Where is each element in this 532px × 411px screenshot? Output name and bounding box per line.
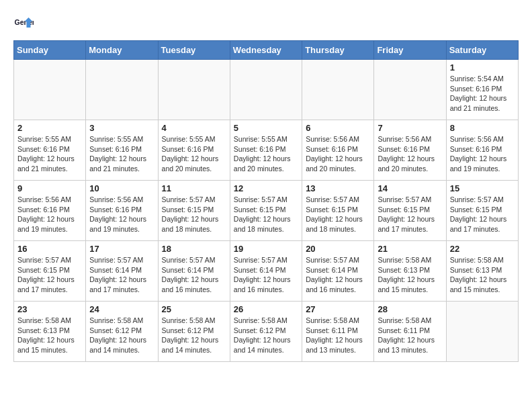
day-number: 17 [89,244,154,254]
day-info: Sunrise: 5:55 AM Sunset: 6:16 PM Dayligh… [234,134,298,174]
calendar-cell: 23Sunrise: 5:58 AM Sunset: 6:13 PM Dayli… [14,302,86,362]
day-header-tuesday: Tuesday [158,41,230,60]
calendar-table: SundayMondayTuesdayWednesdayThursdayFrid… [13,40,519,362]
day-info: Sunrise: 5:57 AM Sunset: 6:14 PM Dayligh… [162,255,226,295]
day-number: 6 [306,123,370,133]
calendar-cell [86,60,158,120]
day-number: 2 [17,123,82,133]
day-info: Sunrise: 5:57 AM Sunset: 6:15 PM Dayligh… [378,195,442,234]
day-number: 23 [17,304,82,314]
calendar-cell: 26Sunrise: 5:58 AM Sunset: 6:12 PM Dayli… [230,302,302,362]
day-header-friday: Friday [374,41,446,60]
calendar-week-3: 16Sunrise: 5:57 AM Sunset: 6:15 PM Dayli… [14,241,519,302]
day-number: 20 [306,244,370,254]
day-number: 1 [450,62,515,73]
day-info: Sunrise: 5:58 AM Sunset: 6:13 PM Dayligh… [378,255,442,295]
calendar-cell [158,60,230,120]
calendar-cell: 1Sunrise: 5:54 AM Sunset: 6:16 PM Daylig… [446,60,518,120]
calendar-cell [230,60,302,120]
day-info: Sunrise: 5:56 AM Sunset: 6:16 PM Dayligh… [450,134,515,174]
day-info: Sunrise: 5:57 AM Sunset: 6:14 PM Dayligh… [306,255,370,295]
day-header-saturday: Saturday [446,41,518,60]
day-info: Sunrise: 5:58 AM Sunset: 6:12 PM Dayligh… [234,316,298,355]
calendar-cell: 7Sunrise: 5:56 AM Sunset: 6:16 PM Daylig… [374,120,446,181]
day-number: 5 [234,123,298,133]
calendar-cell [14,60,86,120]
calendar-cell: 3Sunrise: 5:55 AM Sunset: 6:16 PM Daylig… [86,120,158,181]
calendar-cell: 17Sunrise: 5:57 AM Sunset: 6:14 PM Dayli… [86,241,158,302]
day-info: Sunrise: 5:54 AM Sunset: 6:16 PM Dayligh… [450,74,515,113]
day-number: 19 [234,244,298,254]
calendar-cell: 22Sunrise: 5:58 AM Sunset: 6:13 PM Dayli… [446,241,518,302]
day-header-thursday: Thursday [302,41,374,60]
calendar-cell [302,60,374,120]
calendar-week-4: 23Sunrise: 5:58 AM Sunset: 6:13 PM Dayli… [14,302,519,362]
calendar-week-2: 9Sunrise: 5:56 AM Sunset: 6:16 PM Daylig… [14,181,519,241]
day-number: 10 [89,183,154,193]
day-number: 16 [17,244,82,254]
logo-icon: General [13,13,34,34]
page-header: General [13,13,519,34]
calendar-cell [446,302,518,362]
day-info: Sunrise: 5:58 AM Sunset: 6:13 PM Dayligh… [17,316,82,355]
day-number: 15 [450,183,515,193]
day-info: Sunrise: 5:56 AM Sunset: 6:16 PM Dayligh… [89,195,154,234]
day-number: 3 [89,123,154,133]
calendar-cell: 24Sunrise: 5:58 AM Sunset: 6:12 PM Dayli… [86,302,158,362]
day-number: 14 [378,183,442,193]
day-info: Sunrise: 5:58 AM Sunset: 6:11 PM Dayligh… [378,316,442,355]
day-number: 26 [234,304,298,314]
calendar-cell [374,60,446,120]
day-number: 13 [306,183,370,193]
calendar-cell: 6Sunrise: 5:56 AM Sunset: 6:16 PM Daylig… [302,120,374,181]
logo: General [13,13,35,34]
day-info: Sunrise: 5:58 AM Sunset: 6:13 PM Dayligh… [450,255,515,295]
day-number: 18 [162,244,226,254]
calendar-cell: 5Sunrise: 5:55 AM Sunset: 6:16 PM Daylig… [230,120,302,181]
calendar-week-1: 2Sunrise: 5:55 AM Sunset: 6:16 PM Daylig… [14,120,519,181]
day-info: Sunrise: 5:58 AM Sunset: 6:11 PM Dayligh… [306,316,370,355]
day-number: 8 [450,123,515,133]
day-header-wednesday: Wednesday [230,41,302,60]
calendar-cell: 19Sunrise: 5:57 AM Sunset: 6:14 PM Dayli… [230,241,302,302]
calendar-cell: 2Sunrise: 5:55 AM Sunset: 6:16 PM Daylig… [14,120,86,181]
day-info: Sunrise: 5:57 AM Sunset: 6:15 PM Dayligh… [17,255,82,295]
svg-text:General: General [15,18,34,26]
day-info: Sunrise: 5:56 AM Sunset: 6:16 PM Dayligh… [17,195,82,234]
calendar-cell: 13Sunrise: 5:57 AM Sunset: 6:15 PM Dayli… [302,181,374,241]
calendar-cell: 21Sunrise: 5:58 AM Sunset: 6:13 PM Dayli… [374,241,446,302]
day-number: 25 [162,304,226,314]
day-info: Sunrise: 5:57 AM Sunset: 6:14 PM Dayligh… [89,255,154,295]
calendar-cell: 4Sunrise: 5:55 AM Sunset: 6:16 PM Daylig… [158,120,230,181]
calendar-week-0: 1Sunrise: 5:54 AM Sunset: 6:16 PM Daylig… [14,60,519,120]
day-number: 28 [378,304,442,314]
calendar-cell: 18Sunrise: 5:57 AM Sunset: 6:14 PM Dayli… [158,241,230,302]
day-info: Sunrise: 5:57 AM Sunset: 6:15 PM Dayligh… [162,195,226,234]
calendar-cell: 10Sunrise: 5:56 AM Sunset: 6:16 PM Dayli… [86,181,158,241]
day-number: 22 [450,244,515,254]
calendar-cell: 28Sunrise: 5:58 AM Sunset: 6:11 PM Dayli… [374,302,446,362]
day-number: 24 [89,304,154,314]
day-number: 21 [378,244,442,254]
day-info: Sunrise: 5:57 AM Sunset: 6:14 PM Dayligh… [234,255,298,295]
day-info: Sunrise: 5:55 AM Sunset: 6:16 PM Dayligh… [89,134,154,174]
day-info: Sunrise: 5:57 AM Sunset: 6:15 PM Dayligh… [234,195,298,234]
calendar-cell: 9Sunrise: 5:56 AM Sunset: 6:16 PM Daylig… [14,181,86,241]
day-number: 7 [378,123,442,133]
day-header-monday: Monday [86,41,158,60]
day-number: 4 [162,123,226,133]
day-header-sunday: Sunday [14,41,86,60]
day-number: 27 [306,304,370,314]
day-info: Sunrise: 5:56 AM Sunset: 6:16 PM Dayligh… [306,134,370,174]
day-info: Sunrise: 5:56 AM Sunset: 6:16 PM Dayligh… [378,134,442,174]
day-number: 9 [17,183,82,193]
calendar-cell: 14Sunrise: 5:57 AM Sunset: 6:15 PM Dayli… [374,181,446,241]
day-info: Sunrise: 5:57 AM Sunset: 6:15 PM Dayligh… [306,195,370,234]
calendar-cell: 15Sunrise: 5:57 AM Sunset: 6:15 PM Dayli… [446,181,518,241]
day-info: Sunrise: 5:55 AM Sunset: 6:16 PM Dayligh… [17,134,82,174]
day-number: 11 [162,183,226,193]
day-info: Sunrise: 5:57 AM Sunset: 6:15 PM Dayligh… [450,195,515,234]
day-info: Sunrise: 5:58 AM Sunset: 6:12 PM Dayligh… [89,316,154,355]
calendar-cell: 8Sunrise: 5:56 AM Sunset: 6:16 PM Daylig… [446,120,518,181]
calendar-cell: 20Sunrise: 5:57 AM Sunset: 6:14 PM Dayli… [302,241,374,302]
